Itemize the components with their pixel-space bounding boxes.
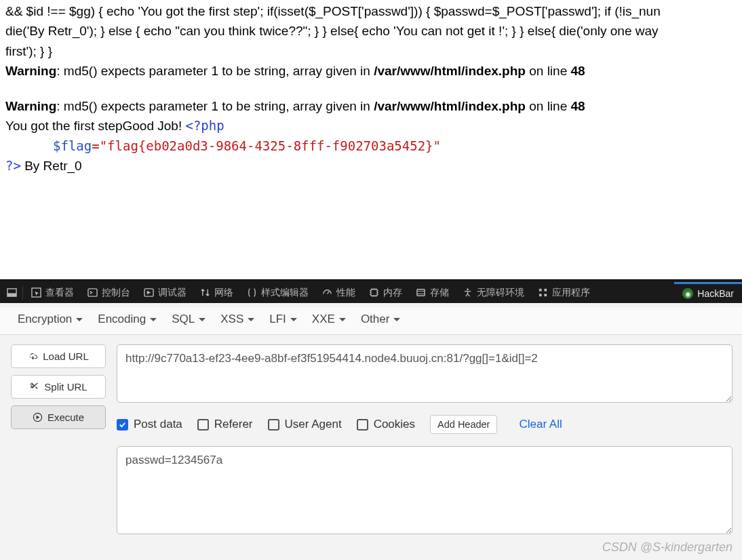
warning-path: /var/www/html/index.php <box>374 64 526 78</box>
code-text: && $id !== $gg) { echo 'You got the firs… <box>5 4 661 18</box>
add-header-button[interactable]: Add Header <box>430 415 497 434</box>
hackbar-icon: ◉ <box>682 288 693 299</box>
tab-console[interactable]: 控制台 <box>81 282 137 303</box>
svg-rect-10 <box>539 294 542 296</box>
devtools-dock-icon[interactable] <box>0 282 21 303</box>
checkbox-icon <box>117 419 128 431</box>
tab-accessibility[interactable]: 无障碍环境 <box>456 282 531 303</box>
menu-xxe[interactable]: XXE <box>312 313 346 326</box>
tab-hackbar[interactable]: ◉HackBar <box>674 282 742 303</box>
checkbox-referer[interactable]: Referer <box>197 418 253 431</box>
tab-debugger[interactable]: 调试器 <box>137 282 193 303</box>
warning-online: on line <box>526 99 571 113</box>
cloud-download-icon <box>28 351 38 361</box>
caret-down-icon <box>290 318 297 321</box>
php-close-tag: ?> <box>5 158 21 173</box>
postdata-input[interactable] <box>117 446 733 534</box>
caret-down-icon <box>199 318 206 321</box>
by-text: By Retr_0 <box>21 159 82 173</box>
menu-sql[interactable]: SQL <box>172 313 206 326</box>
tab-network[interactable]: 网络 <box>193 282 240 303</box>
caret-down-icon <box>393 318 400 321</box>
hackbar-body: Encryption Encoding SQL XSS LFI XXE Othe… <box>0 303 742 560</box>
checkbox-icon <box>268 419 279 431</box>
options-row: Post data Referer User Agent Cookies Add… <box>117 415 733 434</box>
code-text: die('By Retr_0'); } else { echo "can you… <box>5 24 659 38</box>
caret-down-icon <box>76 318 83 321</box>
checkbox-postdata[interactable]: Post data <box>117 418 182 431</box>
warning-line: 48 <box>570 99 585 113</box>
warning-label: Warning <box>5 64 56 78</box>
caret-down-icon <box>150 318 157 321</box>
svg-rect-11 <box>544 294 547 296</box>
menu-encoding[interactable]: Encoding <box>98 313 157 326</box>
menu-xss[interactable]: XSS <box>220 313 254 326</box>
load-url-button[interactable]: Load URL <box>11 344 106 368</box>
tab-memory[interactable]: 内存 <box>362 282 409 303</box>
clear-all-link[interactable]: Clear All <box>519 418 562 431</box>
menu-encryption[interactable]: Encryption <box>18 313 83 326</box>
execute-button[interactable]: Execute <box>11 405 106 429</box>
svg-rect-8 <box>539 289 542 292</box>
result-text: You got the first stepGood Job! <box>5 119 185 133</box>
flag-string: "flag{eb02a0d3-9864-4325-8fff-f902703a54… <box>100 138 441 153</box>
warning-text: : md5() expects parameter 1 to be string… <box>56 99 374 113</box>
warning-online: on line <box>526 64 571 78</box>
svg-point-7 <box>467 288 469 290</box>
hackbar-sidebar: Load URL Split URL Execute <box>11 344 106 534</box>
tab-application[interactable]: 应用程序 <box>531 282 597 303</box>
code-text: first'); } } <box>5 44 52 58</box>
devtools-tabbar: 查看器 控制台 调试器 网络 样式编辑器 性能 内存 存储 无障碍环境 应用程序… <box>0 280 742 303</box>
checkbox-icon <box>197 419 209 431</box>
warning-path: /var/www/html/index.php <box>374 99 526 113</box>
checkbox-useragent[interactable]: User Agent <box>268 418 342 431</box>
warning-text: : md5() expects parameter 1 to be string… <box>56 64 374 78</box>
play-circle-icon <box>33 412 43 422</box>
menu-lfi[interactable]: LFI <box>269 313 297 326</box>
svg-rect-1 <box>7 293 16 296</box>
tab-inspector[interactable]: 查看器 <box>24 282 81 303</box>
warning-line: 48 <box>570 64 585 78</box>
checkbox-icon <box>357 419 368 431</box>
php-equals: = <box>92 138 99 153</box>
split-url-button[interactable]: Split URL <box>11 375 106 399</box>
svg-rect-9 <box>544 289 547 292</box>
devtools-panel: 查看器 控制台 调试器 网络 样式编辑器 性能 内存 存储 无障碍环境 应用程序… <box>0 279 742 560</box>
svg-rect-6 <box>417 289 425 296</box>
warning-label: Warning <box>5 99 56 113</box>
php-open-tag: <?php <box>185 118 224 133</box>
tab-performance[interactable]: 性能 <box>315 282 362 303</box>
url-input[interactable] <box>117 344 733 403</box>
caret-down-icon <box>339 318 346 321</box>
page-output: && $id !== $gg) { echo 'You got the firs… <box>0 0 742 182</box>
scissors-icon <box>29 382 39 392</box>
menu-other[interactable]: Other <box>361 313 401 326</box>
caret-down-icon <box>248 318 254 321</box>
svg-rect-5 <box>371 289 377 296</box>
hackbar-menubar: Encryption Encoding SQL XSS LFI XXE Othe… <box>0 307 742 335</box>
tab-style[interactable]: 样式编辑器 <box>240 282 315 303</box>
tab-storage[interactable]: 存储 <box>409 282 456 303</box>
php-variable: $flag <box>53 138 92 153</box>
checkbox-cookies[interactable]: Cookies <box>357 418 415 431</box>
